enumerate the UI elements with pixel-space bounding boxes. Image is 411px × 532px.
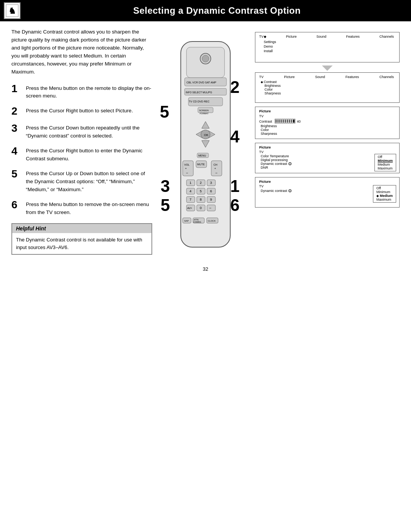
step-4-text: Press the Cursor Right button to enter t…: [26, 145, 152, 163]
overlay-step-1: 1: [230, 177, 239, 196]
diagrams-column: TV◆ Picture Sound Features Channels Sett…: [255, 28, 400, 255]
logo-icon: ♞: [5, 4, 19, 18]
svg-text:CH: CH: [213, 163, 217, 166]
step-1: 1 Press the Menu button on the remote to…: [11, 83, 152, 101]
svg-text:0: 0: [200, 206, 202, 210]
overlay-step-5-top: 5: [160, 102, 169, 121]
diagram-2: TV Picture Sound Features Channels ◆Cont…: [255, 72, 400, 103]
step-5-number: 5: [11, 168, 22, 180]
svg-text:♞: ♞: [8, 6, 16, 16]
svg-text:FORMAT: FORMAT: [200, 112, 209, 115]
diag1-item-settings: Settings: [261, 40, 395, 44]
hint-content: The Dynamic Contrast control is not avai…: [12, 233, 151, 254]
svg-text:–: –: [209, 206, 211, 210]
diag5-submenu: Off Minimum ◆Medium Maximum: [373, 185, 396, 203]
diag5-label: Picture: [259, 180, 395, 184]
diag1-nav: TV◆ Picture Sound Features Channels: [259, 35, 395, 38]
diag3-tv: TV: [259, 114, 395, 118]
page-header: ♞ Selecting a Dynamic Contrast Option: [0, 0, 411, 21]
step-1-text: Press the Menu button on the remote to d…: [26, 83, 152, 101]
svg-text:INFO   SELECT   MUL/PG: INFO SELECT MUL/PG: [186, 91, 212, 94]
diagram-5: Picture TV Dynamic contrast Off Minimum …: [255, 177, 400, 208]
diag3-contrast-row: Contrast 40: [259, 119, 395, 123]
diag4-submenu: Off Minimum Medium Maximum: [374, 154, 397, 171]
svg-text:+: +: [214, 167, 216, 170]
steps-list: 1 Press the Menu button on the remote to…: [11, 83, 152, 217]
svg-text:MUTE: MUTE: [197, 163, 205, 166]
page-title: Selecting a Dynamic Contrast Option: [27, 5, 407, 16]
remote-svg: CBL VCR DVD SAT AMP INFO SELECT MUL/PG T…: [175, 40, 236, 253]
step-5: 5 Press the Cursor Up or Down button to …: [11, 168, 152, 194]
svg-text:2: 2: [200, 181, 202, 185]
step-5-text: Press the Cursor Up or Down button to se…: [26, 168, 152, 194]
diag1-item-demo: Demo: [261, 44, 395, 49]
main-content: The Dynamic Contrast control allows you …: [0, 28, 411, 255]
step-3-number: 3: [11, 123, 22, 134]
diag4-sub-minimum: Minimum: [378, 159, 393, 163]
diag3-slider-bar: [276, 120, 295, 123]
svg-text:6: 6: [210, 189, 212, 193]
svg-text:–: –: [215, 171, 217, 175]
step-4-number: 4: [11, 145, 22, 157]
diag3-label: Picture: [259, 109, 395, 113]
diag4-tv: TV: [259, 150, 395, 154]
diag5-sub-medium: ◆Medium: [376, 194, 393, 198]
svg-text:4: 4: [190, 189, 191, 193]
svg-text:CLOCK: CLOCK: [208, 220, 216, 222]
svg-text:VOL: VOL: [184, 163, 190, 166]
step-3-text: Press the Cursor Down button repeatedly …: [26, 123, 152, 140]
intro-text: The Dynamic Contrast control allows you …: [11, 28, 152, 76]
overlay-step-4: 4: [230, 127, 239, 146]
diagram-3: Picture TV Contrast 40 Brightness Color …: [255, 107, 400, 139]
logo: ♞: [4, 2, 21, 19]
svg-text:5: 5: [200, 189, 202, 193]
step-4: 4 Press the Cursor Right button to enter…: [11, 145, 152, 163]
step-3: 3 Press the Cursor Down button repeatedl…: [11, 123, 152, 140]
overlay-step-6: 6: [230, 196, 239, 215]
step-6: 6 Press the Menu button to remove the on…: [11, 199, 152, 217]
svg-text:+: +: [185, 167, 187, 170]
diag2-item-sharpness: Sharpness: [261, 91, 395, 95]
diag3-slider: [275, 119, 295, 123]
svg-text:OK: OK: [204, 133, 209, 137]
diagram-1: TV◆ Picture Sound Features Channels Sett…: [255, 32, 400, 62]
page-number: 32: [0, 266, 411, 280]
svg-text:MENU: MENU: [198, 154, 206, 157]
diag2-item-color: Color: [261, 88, 395, 91]
diag3-others: Brightness Color Sharpness: [259, 124, 395, 136]
diag5-dot: [288, 189, 292, 192]
overlay-step-3: 3: [161, 177, 170, 196]
hint-title-text: Helpful Hint: [16, 225, 46, 232]
diag1-item-install: Install: [261, 49, 395, 53]
hint-title: Helpful Hint: [12, 224, 151, 233]
svg-point-5: [202, 55, 209, 62]
svg-text:3: 3: [210, 181, 212, 185]
page-number-text: 32: [203, 266, 208, 272]
diag2-item-contrast: ◆Contrast: [261, 80, 395, 84]
diag1-menu: Settings Demo Install: [259, 40, 395, 53]
svg-text:CBL VCR DVD SAT AMP: CBL VCR DVD SAT AMP: [186, 81, 217, 84]
connector-arrow-1: [255, 66, 400, 71]
svg-text:7: 7: [190, 198, 191, 201]
step-2-number: 2: [11, 105, 22, 117]
step-2-text: Press the Cursor Right button to select …: [26, 105, 133, 115]
svg-text:1: 1: [190, 181, 191, 185]
svg-text:AV+: AV+: [187, 207, 192, 209]
diag2-nav: TV Picture Sound Features Channels: [259, 75, 395, 79]
left-column: The Dynamic Contrast control allows you …: [11, 28, 152, 255]
svg-text:9: 9: [210, 198, 212, 201]
remote-area: 5 3 5 CBL VCR DVD SAT AMP: [160, 28, 251, 255]
step-6-text: Press the Menu button to remove the on-s…: [26, 199, 152, 217]
right-column: 5 3 5 CBL VCR DVD SAT AMP: [160, 28, 400, 255]
diag2-menu: ◆Contrast Brightness Color Sharpness: [259, 80, 395, 95]
svg-text:–: –: [186, 171, 188, 175]
diag4-label: Picture: [259, 145, 395, 149]
hint-box: Helpful Hint The Dynamic Contrast contro…: [11, 223, 152, 255]
diag2-item-brightness: Brightness: [261, 84, 395, 88]
svg-text:SAP: SAP: [184, 220, 189, 222]
remote-image: CBL VCR DVD SAT AMP INFO SELECT MUL/PG T…: [175, 40, 251, 254]
svg-text:TV  CD  DVD  REC: TV CD DVD REC: [189, 100, 209, 103]
step-6-number: 6: [11, 199, 22, 211]
step-1-number: 1: [11, 83, 22, 95]
overlay-step-5-bot: 5: [161, 196, 170, 215]
